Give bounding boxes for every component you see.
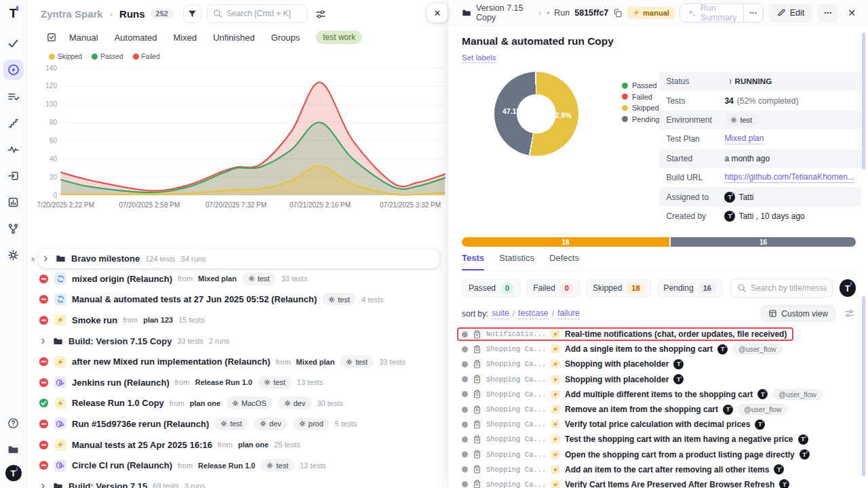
list-settings-button[interactable] (844, 308, 854, 319)
filter-failed[interactable]: Failed0 (526, 279, 580, 298)
manual-test-icon (551, 344, 560, 354)
user-avatar[interactable]: T (5, 465, 22, 481)
sidebar-item-activity[interactable] (3, 139, 24, 159)
run-plan-link[interactable]: Release Run 1.0 (195, 378, 252, 386)
blocked-status-icon (39, 294, 49, 304)
sparkles-icon (687, 8, 696, 18)
chevron-right-icon[interactable] (41, 254, 50, 263)
filter-skipped[interactable]: Skipped18 (586, 279, 652, 298)
test-row[interactable]: Shopping Ca... Add multiple different it… (462, 387, 856, 402)
sidebar-item-help[interactable] (3, 413, 24, 433)
tests-list: Notificatio... Real-time notifications (… (462, 327, 856, 488)
test-row[interactable]: Shopping Ca... Shopping with placeholder… (462, 357, 856, 371)
run-plan-link[interactable]: Mixed plan (296, 358, 335, 366)
run-row[interactable]: Release Run 1.0 Copy from plan one MacOS… (39, 393, 448, 414)
tag-filter-test-work[interactable]: test work (316, 30, 362, 44)
sidebar-item-branches[interactable] (3, 218, 24, 239)
run-group-row[interactable]: Build: Version 7.15 69 tests 3 runs (39, 476, 448, 488)
tab-defects[interactable]: Defects (549, 253, 579, 270)
panel-scrollbar[interactable] (862, 33, 865, 169)
test-row[interactable]: Shopping Ca... Remove an item from the s… (462, 402, 856, 417)
test-row[interactable]: Shopping Ca... Add a single item to the … (462, 342, 856, 357)
tab-manual[interactable]: Manual (69, 33, 98, 43)
tab-statistics[interactable]: Statistics (499, 253, 534, 270)
detail-breadcrumb-folder[interactable]: Version 7.15 Copy (476, 3, 532, 22)
assignee-filter-avatar[interactable]: T (840, 279, 856, 297)
set-labels-link[interactable]: Set labels (462, 54, 496, 63)
tab-tests[interactable]: Tests (462, 253, 484, 270)
sidebar-item-runs[interactable] (3, 60, 24, 80)
passed-dot (622, 83, 628, 89)
test-row-highlighted[interactable]: Notificatio... Real-time notifications (… (462, 327, 856, 342)
filter-pending[interactable]: Pending16 (657, 279, 723, 298)
tab-mixed[interactable]: Mixed (174, 33, 197, 43)
runs-search[interactable] (207, 4, 307, 23)
run-row[interactable]: mixed origin (Relaunch) from Mixed plan … (39, 268, 448, 289)
tests-search[interactable] (731, 279, 833, 298)
filter-button[interactable] (183, 5, 201, 23)
copy-run-id-button[interactable] (613, 7, 623, 19)
run-group-row[interactable]: Bravo milestone 124 tests 34 runs (39, 249, 439, 268)
sidebar-item-import[interactable] (3, 165, 24, 186)
run-plan-link[interactable]: plan one (238, 441, 269, 449)
app-logo[interactable]: T (0, 0, 26, 27)
tab-automated[interactable]: Automated (115, 33, 157, 43)
sort-by-testcase[interactable]: testcase (518, 308, 549, 319)
sort-by-suite[interactable]: suite (492, 308, 509, 319)
build-url-link[interactable]: https://github.com/TetianaKhomen... (724, 172, 854, 183)
run-plan-link[interactable]: plan 123 (143, 316, 173, 324)
run-plan-link[interactable]: Mixed plan (198, 274, 237, 283)
close-runs-panel-button[interactable]: ✕ (427, 3, 448, 22)
sidebar-item-checks[interactable] (3, 33, 24, 54)
close-detail-button[interactable]: ✕ (844, 6, 860, 20)
breadcrumb-project[interactable]: Zyntra Spark (41, 8, 103, 20)
sidebar-item-steps[interactable] (3, 113, 24, 133)
sidebar-item-projects[interactable] (3, 439, 24, 460)
more-actions-button[interactable]: ••• (818, 3, 838, 22)
tab-groups[interactable]: Groups (271, 33, 300, 43)
test-row[interactable]: Shopping Ca... Shopping with placeholder… (462, 372, 856, 387)
runs-view-settings[interactable] (315, 7, 326, 20)
test-row[interactable]: Shopping Ca... Add an item to the cart a… (462, 462, 856, 477)
env-badge: test (340, 355, 374, 368)
chevron-right-icon[interactable] (39, 337, 47, 346)
run-plan-link[interactable]: Release Run 1.0 (198, 462, 255, 470)
run-row[interactable]: Circle CI run (Relaunch) from Release Ru… (39, 455, 448, 476)
sidebar-item-test-cases[interactable] (3, 86, 24, 106)
test-suite: Shopping Ca... (486, 451, 546, 459)
runs-search-input[interactable] (226, 9, 301, 18)
test-row[interactable]: Shopping Ca... Test the shopping cart wi… (462, 432, 856, 447)
env-badge-label: dev (294, 399, 306, 407)
run-row[interactable]: Jenkins run (Relaunch) from Release Run … (39, 372, 448, 393)
assignee-avatar: T (798, 434, 808, 445)
filter-passed[interactable]: Passed0 (462, 279, 521, 298)
run-label: Run (554, 8, 570, 18)
run-summary-more-button[interactable]: ••• (743, 4, 762, 22)
run-row[interactable]: Run #15d9736e rerun (Relaunch) test dev … (39, 413, 448, 434)
test-plan-link[interactable]: Mixed plan (724, 134, 764, 144)
sort-by-failure[interactable]: failure (557, 308, 580, 319)
run-tests-count: 30 tests (317, 399, 344, 407)
run-row[interactable]: Manual & automated tests at 27 Jun 2025 … (39, 289, 448, 310)
run-plan-link[interactable]: plan one (190, 399, 220, 407)
test-row[interactable]: Shopping Ca... Open the shopping cart fr… (462, 447, 856, 462)
test-row[interactable]: Shopping Ca... Verify total price calcul… (462, 417, 856, 432)
sidebar-item-settings[interactable] (3, 245, 24, 265)
run-row[interactable]: Manual tests at 25 Apr 2025 16:16 from p… (39, 434, 448, 455)
select-all-toggle[interactable] (46, 32, 57, 43)
custom-view-button[interactable]: Custom view (761, 305, 835, 322)
sidebar-item-reports[interactable] (3, 192, 24, 212)
tests-count: 34 (724, 96, 733, 106)
run-summary-button[interactable]: Run Summary (680, 4, 743, 22)
test-title: Verify Cart Items Are Preserved After Br… (565, 480, 774, 488)
tab-unfinished[interactable]: Unfinished (213, 33, 254, 43)
avatar-initial: T (845, 283, 850, 293)
tests-search-input[interactable] (751, 283, 827, 293)
tests-list-scrollbar[interactable] (862, 296, 865, 476)
run-row[interactable]: after new Mixed run implementation (Rela… (39, 351, 448, 372)
run-row[interactable]: Smoke run from plan 123 15 tests (39, 310, 448, 331)
chevron-right-icon[interactable] (39, 482, 47, 488)
run-group-row[interactable]: Build: Version 7.15 Copy 33 tests 2 runs (39, 331, 448, 352)
test-row[interactable]: Shopping Ca... Verify Cart Items Are Pre… (462, 477, 856, 488)
edit-button[interactable]: Edit (769, 3, 813, 22)
